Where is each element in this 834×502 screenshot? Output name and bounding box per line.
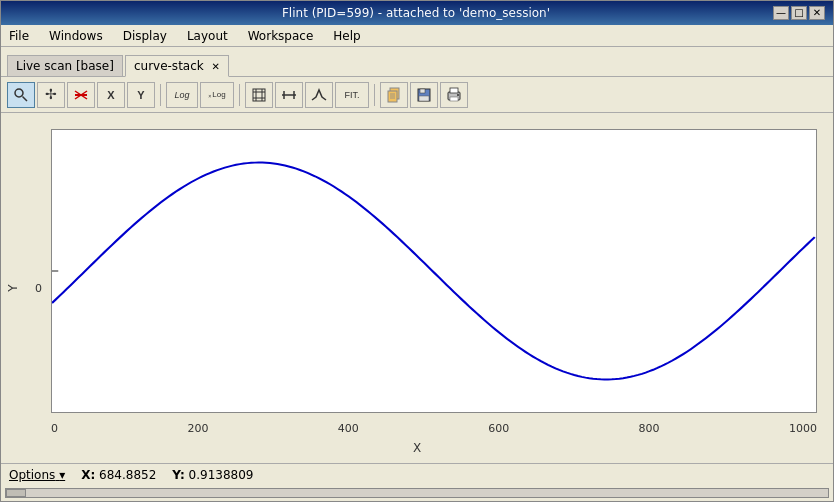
save-icon xyxy=(416,87,432,103)
x-axis-button[interactable]: X xyxy=(97,82,125,108)
scrollbar-area xyxy=(1,485,833,501)
toolbar: ✢ X Y Log ₓLog xyxy=(1,77,833,113)
plot-area xyxy=(51,129,817,413)
plot-svg xyxy=(52,130,816,412)
grid-icon xyxy=(251,87,267,103)
maximize-button[interactable]: □ xyxy=(791,6,807,20)
svg-rect-23 xyxy=(450,88,458,93)
scroll-thumb[interactable] xyxy=(6,489,26,497)
tab-bar: Live scan [base] curve-stack ✕ xyxy=(1,47,833,77)
title-bar: Flint (PID=599) - attached to 'demo_sess… xyxy=(1,1,833,25)
minimize-button[interactable]: — xyxy=(773,6,789,20)
sep1 xyxy=(160,84,161,106)
svg-rect-15 xyxy=(388,91,397,102)
svg-point-0 xyxy=(15,89,23,97)
scroll-track[interactable] xyxy=(5,488,829,498)
reset-x-icon xyxy=(73,87,89,103)
peak-icon xyxy=(311,87,327,103)
y-coord-label: Y: 0.9138809 xyxy=(172,468,253,482)
y-axis-button[interactable]: Y xyxy=(127,82,155,108)
svg-point-25 xyxy=(457,94,459,96)
svg-rect-20 xyxy=(420,89,425,93)
peak-button[interactable] xyxy=(305,82,333,108)
menu-windows[interactable]: Windows xyxy=(45,29,107,43)
svg-rect-24 xyxy=(450,97,458,101)
main-area: Y 0 0 200 400 600 800 1000 X xyxy=(1,113,833,463)
plot-canvas xyxy=(51,129,817,413)
x-coord-label: X: 684.8852 xyxy=(81,468,156,482)
window-title: Flint (PID=599) - attached to 'demo_sess… xyxy=(59,6,773,20)
menu-display[interactable]: Display xyxy=(119,29,171,43)
tab-live-scan[interactable]: Live scan [base] xyxy=(7,55,123,76)
pan-tool-button[interactable]: ✢ xyxy=(37,82,65,108)
tab-close-icon[interactable]: ✕ xyxy=(212,61,220,72)
print-icon xyxy=(446,87,462,103)
svg-rect-26 xyxy=(52,130,816,412)
reset-x-button[interactable] xyxy=(67,82,95,108)
menu-workspace[interactable]: Workspace xyxy=(244,29,318,43)
grid-button[interactable] xyxy=(245,82,273,108)
menu-help[interactable]: Help xyxy=(329,29,364,43)
y-axis-label: Y xyxy=(6,284,20,291)
tab-curve-stack[interactable]: curve-stack ✕ xyxy=(125,55,229,77)
x-tick-labels: 0 200 400 600 800 1000 xyxy=(51,422,817,435)
autoscale-button[interactable] xyxy=(275,82,303,108)
menu-file[interactable]: File xyxy=(5,29,33,43)
status-bar: Options ▾ X: 684.8852 Y: 0.9138809 xyxy=(1,463,833,485)
xlog-button[interactable]: ₓLog xyxy=(200,82,234,108)
title-bar-controls: — □ ✕ xyxy=(773,6,825,20)
autoscale-icon xyxy=(281,87,297,103)
copy-button[interactable] xyxy=(380,82,408,108)
copy-icon xyxy=(386,87,402,103)
svg-line-1 xyxy=(23,96,28,101)
print-button[interactable] xyxy=(440,82,468,108)
sep2 xyxy=(239,84,240,106)
zoom-tool-button[interactable] xyxy=(7,82,35,108)
svg-text:✢: ✢ xyxy=(45,87,57,102)
sep3 xyxy=(374,84,375,106)
search-icon xyxy=(13,87,29,103)
save-button[interactable] xyxy=(410,82,438,108)
options-label[interactable]: Options ▾ xyxy=(9,468,65,482)
app-window: Flint (PID=599) - attached to 'demo_sess… xyxy=(0,0,834,502)
menu-layout[interactable]: Layout xyxy=(183,29,232,43)
svg-rect-21 xyxy=(419,96,429,101)
log-button[interactable]: Log xyxy=(166,82,198,108)
pan-icon: ✢ xyxy=(43,87,59,103)
close-button[interactable]: ✕ xyxy=(809,6,825,20)
x-axis-label: X xyxy=(413,441,421,455)
y-zero-label: 0 xyxy=(35,282,42,295)
svg-rect-10 xyxy=(253,89,265,101)
menu-bar: File Windows Display Layout Workspace He… xyxy=(1,25,833,47)
fit-button[interactable]: FIT. xyxy=(335,82,369,108)
